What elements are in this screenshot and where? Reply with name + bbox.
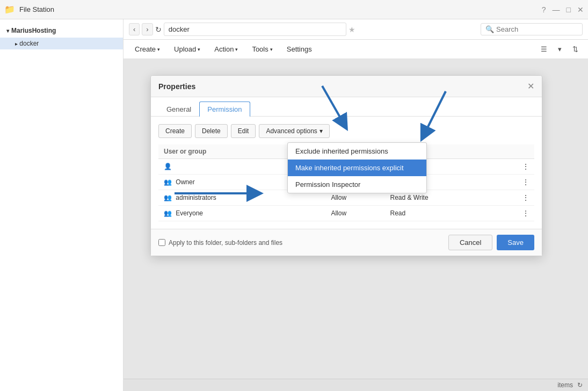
chevron-down-icon: ▾ <box>6 28 9 34</box>
dropdown-item-inspector[interactable]: Permission Inspector <box>288 176 426 193</box>
create-caret: ▾ <box>157 47 160 52</box>
search-icon: 🔍 <box>485 25 494 33</box>
advanced-dropdown-menu: Exclude inherited permissions Make inher… <box>287 142 427 193</box>
folder-icon: 📁 <box>4 4 15 15</box>
minimize-btn[interactable]: — <box>553 5 560 14</box>
search-input[interactable] <box>496 25 578 33</box>
app-title: File Station <box>19 5 54 13</box>
create-button[interactable]: Create ▾ <box>129 42 166 56</box>
row-more-btn-2[interactable]: ⋮ <box>496 190 534 206</box>
star-button[interactable]: ★ <box>349 25 355 34</box>
dialog-tabs: General Permission <box>151 97 542 117</box>
title-bar-left: 📁 File Station <box>4 4 54 15</box>
view-list-button[interactable]: ☰ <box>536 42 551 56</box>
advanced-options-button[interactable]: Advanced options ▾ <box>259 124 329 138</box>
col-user-group: User or group <box>158 144 301 159</box>
view-caret-button[interactable]: ▾ <box>554 42 566 56</box>
search-box: 🔍 <box>481 23 583 35</box>
user-cell: 👤 <box>158 159 301 175</box>
permission-toolbar: Create Delete Edit Advanced options ▾ Ex… <box>158 124 534 138</box>
file-area: Properties ✕ General Permission <box>124 59 588 391</box>
sidebar: ▾ MariusHosting ▸ docker <box>0 19 124 391</box>
dropdown-item-make-explicit[interactable]: Make inherited permissions explicit <box>288 160 426 176</box>
dialog-footer: Apply to this folder, sub-folders and fi… <box>151 229 542 256</box>
action-caret: ▾ <box>235 47 238 52</box>
upload-caret: ▾ <box>198 47 200 52</box>
perm-create-button[interactable]: Create <box>158 124 192 138</box>
sidebar-item-docker[interactable]: ▸ docker <box>0 38 123 49</box>
table-row: 👥 Everyone Allow Read ⋮ <box>158 206 534 221</box>
forward-button[interactable]: › <box>142 23 153 35</box>
back-button[interactable]: ‹ <box>129 23 140 35</box>
addr-bar: ‹ › ↻ ★ <box>129 23 355 36</box>
sidebar-section-root[interactable]: ▾ MariusHosting <box>0 24 123 38</box>
tab-permission[interactable]: Permission <box>199 102 250 117</box>
path-input[interactable] <box>164 23 346 36</box>
col-more <box>496 144 534 159</box>
dialog-title: Properties <box>158 82 195 91</box>
group-icon: 👥 <box>164 178 172 186</box>
row-more-btn-1[interactable]: ⋮ <box>496 175 534 190</box>
help-btn[interactable]: ? <box>542 5 546 14</box>
dropdown-item-exclude[interactable]: Exclude inherited permissions <box>288 143 426 160</box>
main-layout: ▾ MariusHosting ▸ docker ‹ › ↻ ★ 🔍 <box>0 19 588 391</box>
sidebar-child-label: docker <box>19 40 39 47</box>
refresh-button[interactable]: ↻ <box>155 25 162 34</box>
cancel-button[interactable]: Cancel <box>448 235 492 250</box>
tools-button[interactable]: Tools ▾ <box>246 42 278 56</box>
properties-dialog: Properties ✕ General Permission <box>150 75 542 256</box>
user-cell: 👥 administrators <box>158 190 301 206</box>
save-button[interactable]: Save <box>497 235 534 250</box>
user-icon: 👤 <box>164 163 172 170</box>
dialog-body: Create Delete Edit Advanced options ▾ Ex… <box>151 117 542 229</box>
action-button[interactable]: Action ▾ <box>208 42 244 56</box>
close-btn[interactable]: ✕ <box>577 5 584 14</box>
group-icon: 👥 <box>164 194 172 201</box>
maximize-btn[interactable]: □ <box>567 5 571 14</box>
action-toolbar: Create ▾ Upload ▾ Action ▾ Tools ▾ Setti… <box>124 40 588 59</box>
footer-buttons: Cancel Save <box>448 235 534 250</box>
perm-edit-button[interactable]: Edit <box>231 124 256 138</box>
upload-button[interactable]: Upload ▾ <box>168 42 206 56</box>
apply-checkbox-label[interactable]: Apply to this folder, sub-folders and fi… <box>158 239 282 247</box>
sort-button[interactable]: ⇅ <box>568 42 583 56</box>
title-bar: 📁 File Station ? — □ ✕ <box>0 0 588 19</box>
perm-delete-button[interactable]: Delete <box>195 124 228 138</box>
row-more-btn-0[interactable]: ⋮ <box>496 159 534 175</box>
user-cell: 👥 Owner <box>158 175 301 190</box>
dialog-header: Properties ✕ <box>151 76 542 97</box>
path-toolbar: ‹ › ↻ ★ 🔍 <box>124 19 588 40</box>
title-bar-controls: ? — □ ✕ <box>542 5 584 14</box>
sidebar-root-label: MariusHosting <box>11 27 56 34</box>
apply-checkbox[interactable] <box>158 239 165 246</box>
row-more-btn-3[interactable]: ⋮ <box>496 206 534 221</box>
settings-button[interactable]: Settings <box>281 42 318 56</box>
content-area: ‹ › ↻ ★ 🔍 Create ▾ Upload ▾ Action <box>124 19 588 391</box>
user-cell: 👥 Everyone <box>158 206 301 221</box>
tab-general[interactable]: General <box>158 102 199 117</box>
dialog-close-button[interactable]: ✕ <box>527 81 534 91</box>
toolbar-separator: ☰ ▾ ⇅ <box>536 42 583 56</box>
group-icon: 👥 <box>164 209 172 217</box>
chevron-right-icon: ▸ <box>15 41 18 47</box>
tools-caret: ▾ <box>270 47 273 52</box>
